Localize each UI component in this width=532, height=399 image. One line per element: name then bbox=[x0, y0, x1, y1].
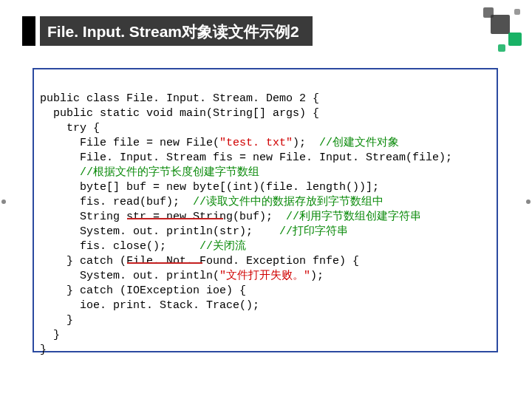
annotation-underline bbox=[127, 262, 202, 264]
code-line: public class File. Input. Stream. Demo 2… bbox=[40, 92, 319, 105]
slide-title: File. Input. Stream对象读文件示例2 bbox=[40, 16, 313, 46]
code-line: File. Input. Stream fis = new File. Inpu… bbox=[40, 151, 452, 164]
code-string: "文件打开失败。" bbox=[219, 270, 310, 282]
code-line: public static void main(String[] args) { bbox=[40, 107, 319, 120]
code-string: "test. txt" bbox=[219, 137, 293, 149]
code-line: try { bbox=[40, 122, 100, 134]
code-line: String str = new String(buf); bbox=[40, 211, 286, 223]
code-line: System. out. println( bbox=[40, 270, 219, 282]
code-line: } catch (IOException ioe) { bbox=[40, 284, 246, 297]
slide-nav-dot-left bbox=[1, 200, 6, 204]
code-comment: //利用字节数组创建字符串 bbox=[286, 211, 421, 223]
slide-nav-dot-right bbox=[526, 200, 531, 204]
code-line: ); bbox=[310, 270, 324, 282]
code-comment: //关闭流 bbox=[200, 240, 246, 253]
code-line: File file = new File( bbox=[40, 137, 219, 149]
code-line: } catch (File. Not. Found. Exception fnf… bbox=[40, 255, 359, 267]
code-line bbox=[40, 166, 80, 179]
code-line: ); bbox=[293, 137, 319, 149]
code-comment: //根据文件的字节长度创建字节数组 bbox=[80, 166, 259, 179]
code-line: fis. close(); bbox=[40, 240, 200, 253]
code-comment: //打印字符串 bbox=[279, 225, 348, 238]
corner-decoration bbox=[472, 6, 528, 61]
code-line: } bbox=[40, 329, 60, 341]
code-line: } bbox=[40, 314, 73, 327]
code-line: fis. read(buf); bbox=[40, 196, 193, 208]
slide-title-bar: File. Input. Stream对象读文件示例2 bbox=[22, 16, 313, 46]
title-accent-square bbox=[22, 16, 35, 46]
code-comment: //创建文件对象 bbox=[319, 137, 399, 149]
code-line: ioe. print. Stack. Trace(); bbox=[40, 299, 259, 312]
code-listing-box: public class File. Input. Stream. Demo 2… bbox=[33, 68, 498, 352]
code-listing: public class File. Input. Stream. Demo 2… bbox=[40, 77, 491, 399]
code-line: byte[] buf = new byte[(int)(file. length… bbox=[40, 181, 379, 194]
code-comment: //读取文件中的数据存放到字节数组中 bbox=[193, 196, 383, 208]
annotation-underline bbox=[127, 218, 223, 219]
code-line: System. out. println(str); bbox=[40, 225, 279, 238]
code-line: } bbox=[40, 344, 47, 356]
